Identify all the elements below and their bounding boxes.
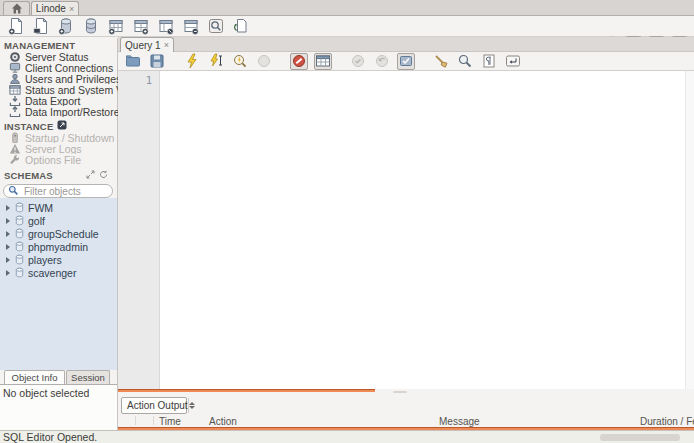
tab-label: Session <box>71 372 105 383</box>
toggle-autocommit-icon[interactable] <box>397 53 415 70</box>
reconnect-dbms-icon[interactable] <box>232 17 250 35</box>
instance-list: Startup / Shutdown Server Logs Options F… <box>0 132 118 165</box>
home-tab[interactable] <box>3 1 30 15</box>
schema-row-groupschedule[interactable]: groupSchedule <box>0 227 117 240</box>
new-schema-icon[interactable] <box>57 17 75 35</box>
query-tab-bar: Query 1 × <box>118 37 694 52</box>
line-number: 1 <box>146 74 152 86</box>
new-view-icon[interactable] <box>132 17 150 35</box>
expander-arrow-icon[interactable] <box>6 231 10 237</box>
new-procedure-icon[interactable] <box>157 17 175 35</box>
window-tab-bar: Linode × <box>0 0 694 16</box>
schema-row-golf[interactable]: golf <box>0 214 117 227</box>
sidebar-item-label: Data Export <box>25 95 80 106</box>
sidebar-item-label: Server Logs <box>25 143 82 154</box>
tab-query-1[interactable]: Query 1 × <box>120 37 174 52</box>
sidebar-item-data-export[interactable]: Data Export <box>0 95 118 106</box>
sidebar-item-startup-shutdown[interactable]: Startup / Shutdown <box>0 132 118 143</box>
spinner-arrows-icon[interactable] <box>188 398 195 413</box>
new-query-tab-icon[interactable] <box>7 17 25 35</box>
limit-rows-icon[interactable] <box>314 53 332 70</box>
schema-cylinder-icon <box>13 227 25 240</box>
schema-row-scavenger[interactable]: scavenger <box>0 266 117 279</box>
sidebar-item-status-system-variables[interactable]: Status and System Variables <box>0 84 118 95</box>
commit-icon[interactable] <box>349 53 367 70</box>
sidebar-item-users-privileges[interactable]: Users and Privileges <box>0 73 118 84</box>
home-icon <box>8 0 26 18</box>
refresh-icon[interactable] <box>99 170 108 181</box>
output-table-header: Time Action Message Duration / Fetch <box>118 416 694 427</box>
rollback-icon[interactable] <box>373 53 391 70</box>
import-arrow-icon <box>8 106 21 117</box>
instance-header-label: INSTANCE <box>4 121 53 132</box>
find-icon[interactable] <box>456 53 474 70</box>
editor-vertical-scrollbar[interactable] <box>685 71 694 389</box>
explain-plan-icon[interactable] <box>231 53 249 70</box>
sidebar-item-label: Server Status <box>25 51 89 62</box>
sql-editor-area[interactable]: 1 <box>118 71 694 389</box>
sidebar-item-label: Options File <box>25 154 81 165</box>
main-toolbar <box>0 16 694 37</box>
schema-cylinder-icon <box>13 214 25 227</box>
new-table-icon[interactable] <box>107 17 125 35</box>
expander-arrow-icon[interactable] <box>6 257 10 263</box>
object-info-message: No object selected <box>3 387 89 399</box>
execute-all-icon[interactable] <box>183 53 201 70</box>
sidebar: MANAGEMENT Server Status Client Connecti… <box>0 38 118 430</box>
expander-arrow-icon[interactable] <box>6 205 10 211</box>
management-list: Server Status Client Connections Users a… <box>0 51 118 117</box>
sidebar-item-data-import[interactable]: Data Import/Restore <box>0 106 118 117</box>
output-selector[interactable]: Action Output <box>121 397 187 414</box>
schema-label: groupSchedule <box>28 228 99 240</box>
expander-arrow-icon[interactable] <box>6 244 10 250</box>
schema-row-players[interactable]: players <box>0 253 117 266</box>
instance-section-header: INSTANCE <box>4 120 67 132</box>
execute-current-icon[interactable] <box>207 53 225 70</box>
schema-filter[interactable] <box>3 184 113 198</box>
line-number-gutter: 1 <box>118 71 160 389</box>
power-icon <box>8 132 21 143</box>
beautify-icon[interactable] <box>432 53 450 70</box>
toggle-stop-on-error-icon[interactable] <box>290 53 308 70</box>
expand-arrows-icon[interactable] <box>86 170 95 181</box>
schema-list: FWM golf groupSchedule phpmyadmin <box>0 198 117 370</box>
special-chars-icon[interactable] <box>480 53 498 70</box>
open-sql-script-icon[interactable] <box>32 17 50 35</box>
expander-arrow-icon[interactable] <box>6 270 10 276</box>
wrap-text-icon[interactable] <box>504 53 522 70</box>
schema-label: players <box>28 254 62 266</box>
stop-icon[interactable] <box>255 53 273 70</box>
server-config-icon <box>57 120 67 132</box>
sidebar-item-server-logs[interactable]: Server Logs <box>0 143 118 154</box>
database-icon[interactable] <box>82 17 100 35</box>
schema-cylinder-icon <box>13 266 25 279</box>
grid-icon <box>8 84 21 95</box>
status-bar: SQL Editor Opened. <box>0 430 694 443</box>
tab-object-info[interactable]: Object Info <box>4 370 65 384</box>
tab-session[interactable]: Session <box>66 370 110 384</box>
sidebar-item-label: Status and System Variables <box>25 84 118 95</box>
connection-tab-label: Linode <box>36 3 66 14</box>
column-header-message: Message <box>439 416 480 427</box>
column-header-action: Action <box>209 416 237 427</box>
sidebar-item-options-file[interactable]: Options File <box>0 154 118 165</box>
query-tab-close-icon[interactable]: × <box>164 40 169 50</box>
expander-arrow-icon[interactable] <box>6 218 10 224</box>
save-icon[interactable] <box>148 53 166 70</box>
search-table-data-icon[interactable] <box>207 17 225 35</box>
warning-icon <box>8 143 21 154</box>
connection-tab[interactable]: Linode × <box>31 1 79 15</box>
open-file-icon[interactable] <box>124 53 142 70</box>
sidebar-item-client-connections[interactable]: Client Connections <box>0 62 118 73</box>
management-header-label: MANAGEMENT <box>4 40 75 51</box>
schema-filter-input[interactable] <box>22 185 106 198</box>
new-function-icon[interactable] <box>182 17 200 35</box>
bottom-left-tabs: Object Info Session <box>0 370 117 384</box>
schema-row-fwm[interactable]: FWM <box>0 201 117 214</box>
sidebar-item-server-status[interactable]: Server Status <box>0 51 118 62</box>
schema-row-phpmyadmin[interactable]: phpmyadmin <box>0 240 117 253</box>
schema-label: scavenger <box>28 267 76 279</box>
horizontal-scrollbar-thumb[interactable] <box>600 434 680 441</box>
splitter-highlight <box>118 389 375 392</box>
connection-tab-close-icon[interactable]: × <box>69 4 74 14</box>
